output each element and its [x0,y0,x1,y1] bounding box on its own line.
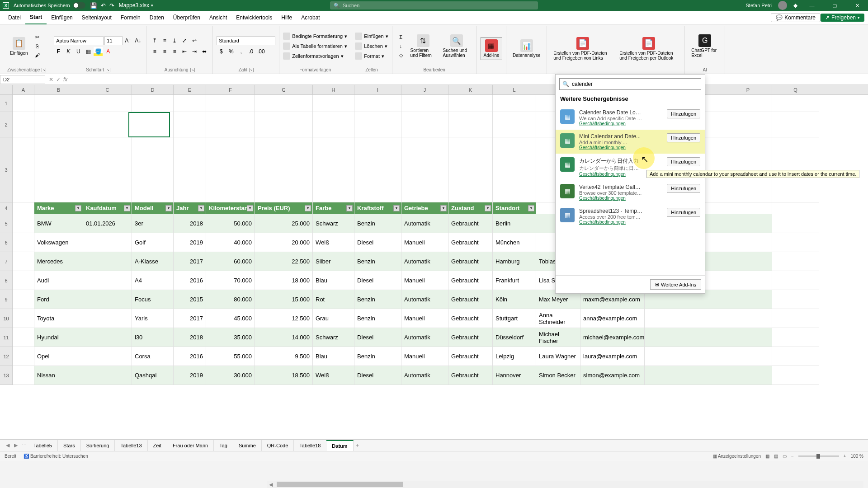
filter-dropdown-icon[interactable]: ▾ [75,205,81,211]
cell[interactable]: 15.000 [255,290,313,309]
diamond-icon[interactable]: ◆ [793,2,797,9]
font-size-select[interactable]: 11 [104,36,123,45]
filter-dropdown-icon[interactable]: ▾ [440,205,447,211]
cell[interactable] [13,214,34,233]
col-header[interactable]: G [255,85,313,94]
percent-icon[interactable]: % [226,47,236,56]
align-left-icon[interactable]: ≡ [150,47,159,56]
cell[interactable] [354,95,401,112]
cell[interactable]: 70.000 [206,271,255,290]
addin-add-button[interactable]: Hinzufügen [667,133,700,142]
cell[interactable] [83,112,132,137]
select-all-corner[interactable] [0,85,13,94]
addin-item[interactable]: ▦ Calender Base Date Loa... We can Add s… [556,106,705,130]
addin-terms-link[interactable]: Geschäftsbedingungen [579,220,662,225]
cell[interactable] [255,137,313,202]
cell[interactable] [132,137,174,202]
cell[interactable] [724,214,772,233]
addins-button[interactable]: ▦Add-Ins [481,37,502,60]
cell[interactable] [83,95,132,112]
maximize-button[interactable]: ▢ [826,3,843,9]
align-right-icon[interactable]: ≡ [170,47,179,56]
col-header[interactable]: P [724,85,772,94]
border-icon[interactable]: ▦ [84,47,93,56]
col-header[interactable]: H [313,85,354,94]
cell[interactable]: BMW [34,214,83,233]
zoom-slider[interactable] [798,455,839,457]
sheet-tab[interactable]: Frau oder Mann [167,440,214,451]
sheet-tab[interactable]: Tabelle5 [28,440,58,451]
cell[interactable]: Diesel [354,233,401,252]
cell[interactable] [313,112,354,137]
cell[interactable] [83,309,132,328]
cell[interactable]: Rot [313,290,354,309]
cell[interactable]: Standort▾ [493,202,536,214]
cell[interactable] [13,309,34,328]
addin-add-button[interactable]: Hinzufügen [667,157,700,166]
addin-search-box[interactable]: 🔍 [559,78,701,90]
cell[interactable]: Hamburg [493,252,536,271]
autosave-toggle[interactable]: Automatisches Speichern [14,2,85,9]
cell[interactable] [448,112,493,137]
addin-add-button[interactable]: Hinzufügen [667,109,700,118]
conditional-formatting-button[interactable]: Bedingte Formatierung ▾ [283,31,347,41]
fill-icon[interactable]: ↓ [396,42,406,50]
font-name-select[interactable]: Aptos Narrow [54,36,104,45]
filter-dropdown-icon[interactable]: ▾ [198,205,204,211]
cell[interactable]: 35.000 [206,328,255,347]
indent-decrease-icon[interactable]: ⇤ [180,47,189,56]
cell[interactable]: Benzin [354,347,401,366]
data-analysis-button[interactable]: 📊Datenanalyse [510,38,543,60]
align-bottom-icon[interactable]: ⤓ [170,36,179,45]
cell[interactable]: 30.000 [206,366,255,385]
cell[interactable]: Stuttgart [493,309,536,328]
cell[interactable] [255,112,313,137]
cell[interactable] [83,347,132,366]
cell[interactable] [354,112,401,137]
cell[interactable]: Gebraucht [448,309,493,328]
cell[interactable]: Kaufdatum▾ [83,202,132,214]
pdf-links-button[interactable]: 📄Erstellen von PDF-Dateien und Freigeben… [551,35,615,62]
cell[interactable] [13,252,34,271]
col-header[interactable]: Q [772,85,819,94]
dialog-launcher-icon[interactable]: ↘ [42,68,46,72]
cell[interactable]: Düsseldorf [493,328,536,347]
cell[interactable]: laura@example.com [580,347,645,366]
cell[interactable]: 25.000 [255,214,313,233]
filename[interactable]: Mappe3.xlsx ▾ [119,2,153,9]
cell[interactable]: Diesel [354,366,401,385]
cell[interactable]: 60.000 [206,252,255,271]
cell[interactable]: Anna Schneider [536,309,580,328]
redo-icon[interactable]: ↷ [109,2,114,9]
cut-icon[interactable]: ✂ [32,33,42,41]
row-header[interactable]: 13 [0,366,13,385]
autosum-icon[interactable]: Σ [396,33,406,41]
col-header[interactable]: F [206,85,255,94]
wrap-text-icon[interactable]: ↩ [190,36,199,45]
col-header[interactable]: C [83,85,132,94]
row-header[interactable]: 8 [0,271,13,290]
cell[interactable] [724,112,772,137]
cell[interactable]: Gebraucht [448,271,493,290]
cell[interactable]: Benzin [354,309,401,328]
cell[interactable]: Automatik [401,214,448,233]
cell[interactable]: Benzin [354,214,401,233]
cell[interactable]: Toyota [34,309,83,328]
comma-icon[interactable]: , [236,47,245,56]
cell[interactable] [645,328,724,347]
accessibility-status[interactable]: ♿ Barrierefreiheit: Untersuchen [24,454,88,459]
number-format-select[interactable]: Standard [217,36,275,45]
cell[interactable]: Gebraucht [448,366,493,385]
cell[interactable]: 2017 [174,309,206,328]
cell[interactable]: Frankfurt [493,271,536,290]
tab-developer[interactable]: Entwicklertools [231,11,277,24]
col-header[interactable]: E [174,85,206,94]
cell[interactable] [13,112,34,137]
cell[interactable] [132,95,174,112]
cell[interactable]: Jahr▾ [174,202,206,214]
format-cells-button[interactable]: Format ▾ [355,51,388,61]
cell[interactable] [724,290,772,309]
cell[interactable] [772,233,819,252]
cell[interactable] [13,290,34,309]
cell[interactable]: Manuell [401,271,448,290]
